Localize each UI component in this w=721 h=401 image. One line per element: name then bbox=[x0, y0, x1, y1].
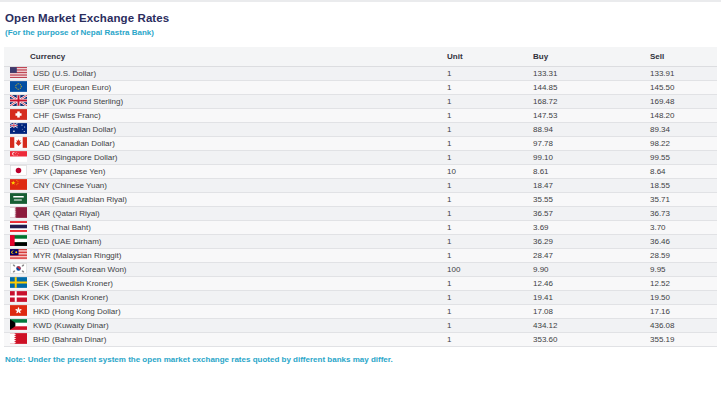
buy-value: 99.10 bbox=[527, 150, 644, 164]
table-row: KWD (Kuwaity Dinar) 1 434.12 436.08 bbox=[4, 318, 717, 332]
currency-label: CAD (Canadian Dollar) bbox=[33, 139, 115, 148]
table-row: AUD (Australian Dollar) 1 88.94 89.34 bbox=[4, 122, 717, 136]
unit-value: 1 bbox=[441, 290, 527, 304]
buy-value: 434.12 bbox=[527, 318, 644, 332]
unit-value: 100 bbox=[441, 262, 527, 276]
table-row: SEK (Swedish Kroner) 1 12.46 12.52 bbox=[4, 276, 717, 290]
unit-value: 1 bbox=[441, 220, 527, 234]
buy-value: 97.78 bbox=[527, 136, 644, 150]
sell-value: 9.95 bbox=[644, 262, 717, 276]
buy-value: 9.90 bbox=[527, 262, 644, 276]
sell-value: 98.22 bbox=[644, 136, 717, 150]
currency-label: CHF (Swiss Franc) bbox=[33, 111, 101, 120]
currency-label: QAR (Qatari Riyal) bbox=[33, 209, 100, 218]
table-row: CHF (Swiss Franc) 1 147.53 148.20 bbox=[4, 108, 717, 122]
currency-label: EUR (European Euro) bbox=[33, 83, 111, 92]
footnote: Note: Under the present system the open … bbox=[5, 355, 717, 364]
hkd-flag-icon bbox=[10, 305, 27, 316]
table-header-row: Currency Unit Buy Sell bbox=[4, 47, 717, 66]
buy-value: 147.53 bbox=[527, 108, 644, 122]
column-header-currency: Currency bbox=[4, 47, 441, 66]
sell-value: 36.73 bbox=[644, 206, 717, 220]
sell-value: 436.08 bbox=[644, 318, 717, 332]
currency-label: KRW (South Korean Won) bbox=[33, 265, 127, 274]
table-row: AED (UAE Dirham) 1 36.29 36.46 bbox=[4, 234, 717, 248]
buy-value: 133.31 bbox=[527, 66, 644, 80]
table-row: SGD (Singapore Dollar) 1 99.10 99.55 bbox=[4, 150, 717, 164]
buy-value: 12.46 bbox=[527, 276, 644, 290]
table-row: BHD (Bahrain Dinar) 1 353.60 355.19 bbox=[4, 332, 717, 346]
gbp-flag-icon bbox=[10, 95, 27, 106]
currency-label: AED (UAE Dirham) bbox=[33, 237, 101, 246]
buy-value: 18.47 bbox=[527, 178, 644, 192]
buy-value: 88.94 bbox=[527, 122, 644, 136]
buy-value: 168.72 bbox=[527, 94, 644, 108]
unit-value: 1 bbox=[441, 94, 527, 108]
currency-label: SEK (Swedish Kroner) bbox=[33, 279, 113, 288]
sell-value: 19.50 bbox=[644, 290, 717, 304]
bhd-flag-icon bbox=[10, 333, 27, 344]
currency-label: MYR (Malaysian Ringgit) bbox=[33, 251, 121, 260]
unit-value: 1 bbox=[441, 122, 527, 136]
table-row: GBP (UK Pound Sterling) 1 168.72 169.48 bbox=[4, 94, 717, 108]
table-row: SAR (Saudi Arabian Riyal) 1 35.55 35.71 bbox=[4, 192, 717, 206]
currency-label: DKK (Danish Kroner) bbox=[33, 293, 108, 302]
sell-value: 355.19 bbox=[644, 332, 717, 346]
table-row: DKK (Danish Kroner) 1 19.41 19.50 bbox=[4, 290, 717, 304]
unit-value: 1 bbox=[441, 178, 527, 192]
buy-value: 3.69 bbox=[527, 220, 644, 234]
currency-label: SAR (Saudi Arabian Riyal) bbox=[33, 195, 127, 204]
usd-flag-icon bbox=[10, 67, 27, 78]
table-row: KRW (South Korean Won) 100 9.90 9.95 bbox=[4, 262, 717, 276]
unit-value: 1 bbox=[441, 206, 527, 220]
buy-value: 8.61 bbox=[527, 164, 644, 178]
buy-value: 35.55 bbox=[527, 192, 644, 206]
table-row: EUR (European Euro) 1 144.85 145.50 bbox=[4, 80, 717, 94]
unit-value: 1 bbox=[441, 192, 527, 206]
unit-value: 1 bbox=[441, 276, 527, 290]
unit-value: 1 bbox=[441, 80, 527, 94]
unit-value: 1 bbox=[441, 332, 527, 346]
sell-value: 17.16 bbox=[644, 304, 717, 318]
buy-value: 19.41 bbox=[527, 290, 644, 304]
currency-label: USD (U.S. Dollar) bbox=[33, 69, 96, 78]
buy-value: 144.85 bbox=[527, 80, 644, 94]
unit-value: 1 bbox=[441, 248, 527, 262]
sell-value: 12.52 bbox=[644, 276, 717, 290]
table-row: MYR (Malaysian Ringgit) 1 28.47 28.59 bbox=[4, 248, 717, 262]
sell-value: 99.55 bbox=[644, 150, 717, 164]
sell-value: 148.20 bbox=[644, 108, 717, 122]
buy-value: 28.47 bbox=[527, 248, 644, 262]
aud-flag-icon bbox=[10, 123, 27, 134]
table-row: USD (U.S. Dollar) 1 133.31 133.91 bbox=[4, 66, 717, 80]
sell-value: 169.48 bbox=[644, 94, 717, 108]
unit-value: 1 bbox=[441, 318, 527, 332]
buy-value: 36.29 bbox=[527, 234, 644, 248]
sek-flag-icon bbox=[10, 277, 27, 288]
sell-value: 36.46 bbox=[644, 234, 717, 248]
krw-flag-icon bbox=[10, 263, 27, 274]
aed-flag-icon bbox=[10, 235, 27, 246]
table-row: CAD (Canadian Dollar) 1 97.78 98.22 bbox=[4, 136, 717, 150]
buy-value: 353.60 bbox=[527, 332, 644, 346]
table-row: CNY (Chinese Yuan) 1 18.47 18.55 bbox=[4, 178, 717, 192]
unit-value: 1 bbox=[441, 108, 527, 122]
chf-flag-icon bbox=[10, 109, 27, 120]
kwd-flag-icon bbox=[10, 319, 27, 330]
sell-value: 28.59 bbox=[644, 248, 717, 262]
column-header-buy: Buy bbox=[527, 47, 644, 66]
currency-label: JPY (Japanese Yen) bbox=[33, 167, 105, 176]
thb-flag-icon bbox=[10, 221, 27, 232]
sell-value: 3.70 bbox=[644, 220, 717, 234]
sell-value: 133.91 bbox=[644, 66, 717, 80]
currency-label: BHD (Bahrain Dinar) bbox=[33, 335, 106, 344]
exchange-rates-page: Open Market Exchange Rates (For the purp… bbox=[0, 0, 721, 364]
currency-label: CNY (Chinese Yuan) bbox=[33, 181, 107, 190]
sgd-flag-icon bbox=[10, 151, 27, 162]
unit-value: 1 bbox=[441, 136, 527, 150]
currency-label: HKD (Hong Kong Dollar) bbox=[33, 307, 121, 316]
unit-value: 1 bbox=[441, 234, 527, 248]
buy-value: 17.08 bbox=[527, 304, 644, 318]
unit-value: 1 bbox=[441, 150, 527, 164]
currency-label: THB (Thai Baht) bbox=[33, 223, 91, 232]
